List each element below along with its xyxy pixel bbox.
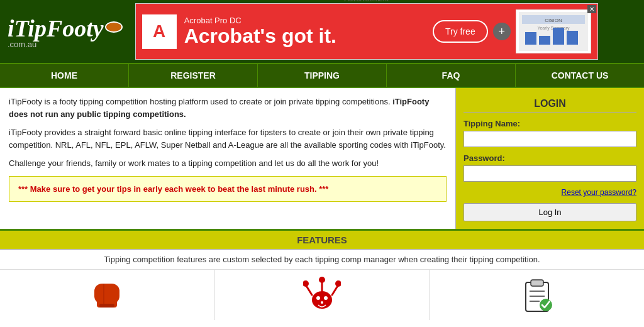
svg-point-21 (324, 296, 328, 300)
logo-itip: iTip (8, 14, 47, 42)
main-content: iTipFooty is a footy tipping competition… (0, 88, 644, 229)
header: iTipFooty .com.au Advertisement ✕ A Acro… (0, 0, 644, 63)
intro-para2: iTipFooty provides a straight forward ba… (9, 126, 447, 151)
features-description: Tipping competition features are custom … (0, 250, 644, 270)
svg-rect-7 (567, 31, 578, 45)
nav-faq[interactable]: FAQ (387, 64, 516, 87)
intro-para3: Challenge your friends, family or work m… (9, 157, 447, 170)
feature-jester (215, 270, 430, 320)
ad-close[interactable]: ✕ (587, 5, 596, 13)
feature-clipboard (430, 270, 644, 320)
login-panel: LOGIN Tipping Name: Password: Reset your… (455, 88, 644, 229)
notice-text: *** Make sure to get your tips in early … (18, 184, 328, 194)
svg-point-19 (314, 294, 330, 306)
ad-thumbnail: CISION Yearly Summary (516, 9, 591, 53)
football-icon (105, 21, 123, 33)
password-input[interactable] (464, 165, 636, 182)
ad-try-button[interactable]: Try free (433, 20, 488, 43)
svg-rect-6 (553, 28, 564, 45)
login-button[interactable]: Log In (464, 203, 636, 221)
svg-point-20 (316, 296, 320, 300)
logo: iTipFooty .com.au (8, 14, 123, 49)
content-area: iTipFooty is a footy tipping competition… (0, 88, 455, 229)
svg-text:CISION: CISION (545, 18, 562, 23)
tipping-name-input[interactable] (464, 131, 636, 147)
password-label: Password: (464, 153, 636, 163)
svg-point-18 (335, 280, 341, 287)
nav-contact[interactable]: CONTACT US (516, 64, 644, 87)
svg-rect-5 (539, 36, 550, 45)
logo-footy: Footy (47, 14, 104, 42)
jester-icon (303, 276, 341, 314)
reset-password-link[interactable]: Reset your password? (464, 188, 636, 197)
intro-para1: iTipFooty is a footy tipping competition… (9, 96, 447, 120)
clipboard-icon (518, 276, 556, 314)
ad-product-name: Acrobat Pro DC (184, 16, 425, 25)
ad-plus-icon: + (493, 23, 511, 40)
notice-box: *** Make sure to get your tips in early … (9, 176, 447, 202)
login-title: LOGIN (464, 96, 636, 113)
ad-content: Acrobat Pro DC Acrobat's got it. (184, 16, 425, 47)
boxing-glove-icon (88, 276, 126, 314)
svg-point-16 (319, 277, 325, 283)
ad-label: Advertisement (345, 0, 389, 3)
svg-point-22 (321, 301, 323, 304)
feature-boxing (0, 270, 215, 320)
features-icons (0, 270, 644, 320)
adobe-logo: A (142, 14, 177, 49)
tipping-name-label: Tipping Name: (464, 119, 636, 128)
svg-rect-10 (99, 304, 114, 308)
ad-banner: Advertisement ✕ A Acrobat Pro DC Acrobat… (135, 3, 598, 60)
nav-tipping[interactable]: TIPPING (258, 64, 387, 87)
svg-rect-4 (525, 32, 536, 45)
features-header: FEATURES (0, 231, 644, 250)
features-section: FEATURES Tipping competition features ar… (0, 229, 644, 320)
svg-rect-24 (531, 280, 543, 286)
svg-point-14 (303, 280, 309, 287)
nav-home[interactable]: HOME (0, 64, 129, 87)
ad-tagline: Acrobat's got it. (184, 25, 425, 47)
nav-register[interactable]: REGISTER (129, 64, 258, 87)
logo-sub: .com.au (8, 40, 36, 49)
navigation: HOME REGISTER TIPPING FAQ CONTACT US (0, 63, 644, 88)
